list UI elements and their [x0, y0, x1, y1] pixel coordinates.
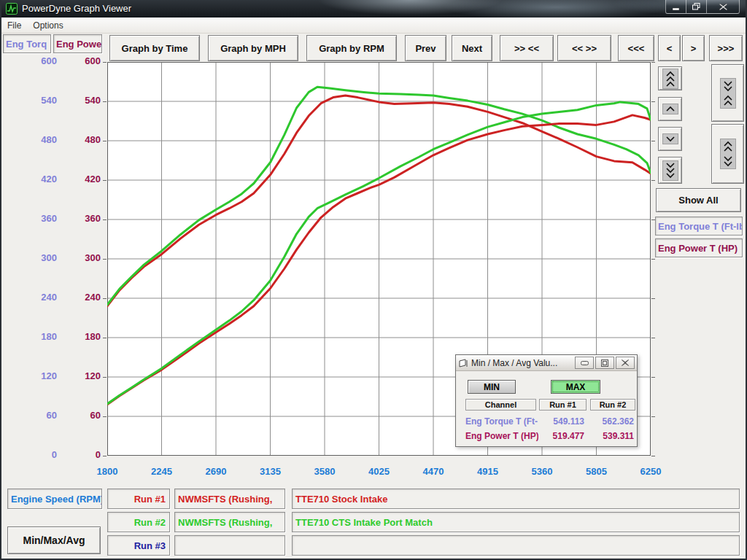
- run1-label: Run #1: [107, 489, 170, 509]
- close-button[interactable]: [707, 0, 740, 14]
- menu-item-options[interactable]: Options: [27, 19, 69, 32]
- max-tab-button[interactable]: MAX: [551, 380, 600, 394]
- axis-tick: [103, 62, 107, 63]
- x-axis-title-box: Engine Speed (RPM): [7, 489, 102, 509]
- torque-axis-header: Eng Torq: [3, 34, 51, 53]
- expand-vertical-icon: [720, 139, 736, 169]
- axis-tick: [651, 338, 655, 338]
- triple-chevron-down-icon: [662, 160, 678, 181]
- scroll-left-fast-button[interactable]: <<<: [618, 35, 654, 61]
- axis-tick: [103, 338, 107, 338]
- column-header-run1: Run #1: [539, 399, 587, 411]
- scroll-right-button[interactable]: >: [682, 35, 705, 61]
- chevron-down-icon: [662, 133, 678, 144]
- y-tick-label: 540: [66, 95, 101, 106]
- y-tick-label: 480: [22, 134, 57, 145]
- minimize-button[interactable]: [665, 0, 686, 14]
- expand-vertical-button[interactable]: [711, 124, 744, 184]
- axis-tick: [651, 416, 655, 417]
- torque-row-run2-value: 562.362: [590, 416, 634, 427]
- contract-vertical-button[interactable]: [711, 64, 744, 122]
- minmax-close-button[interactable]: [616, 357, 635, 369]
- title-bar[interactable]: PowerDyne Graph Viewer: [1, 0, 746, 18]
- minmax-minimize-button[interactable]: [575, 357, 594, 369]
- column-header-run2: Run #2: [590, 399, 635, 411]
- prev-button[interactable]: Prev: [405, 35, 446, 61]
- torque-channel-legend: Eng Torque T (Ft-lb): [655, 217, 743, 236]
- minmax-window-title-bar[interactable]: Min / Max / Avg Valu...: [456, 355, 637, 371]
- y-tick-label: 480: [66, 134, 101, 145]
- power-axis-header: Eng Powe: [53, 34, 102, 53]
- y-tick-label: 240: [66, 292, 101, 303]
- powerdyne-window: PowerDyne Graph Viewer File Options: [0, 0, 747, 560]
- axis-tick: [103, 141, 107, 141]
- y-tick-label: 120: [66, 370, 101, 381]
- run3-operator-field[interactable]: [174, 535, 285, 556]
- run1-comment-field[interactable]: TTE710 Stock Intake: [292, 489, 740, 509]
- show-all-button[interactable]: Show All: [656, 188, 741, 212]
- minmax-window: Min / Max / Avg Valu... MIN MAX Channel …: [455, 354, 638, 447]
- minmax-window-body: MIN MAX Channel Run #1 Run #2 Eng Torque…: [456, 371, 637, 447]
- app-icon: [6, 3, 18, 15]
- scroll-down-fast-button[interactable]: [658, 157, 682, 184]
- scroll-left-button[interactable]: <: [658, 35, 681, 61]
- axis-tick: [103, 298, 107, 299]
- graph-by-rpm-button[interactable]: Graph by RPM: [306, 35, 397, 61]
- y-tick-label: 120: [22, 370, 57, 381]
- x-tick-label: 3580: [301, 466, 348, 477]
- run1-operator-field[interactable]: NWMSFTS (Rushing,: [174, 489, 285, 509]
- axis-tick: [651, 298, 655, 299]
- y-tick-label: 540: [22, 95, 57, 106]
- scroll-down-button[interactable]: [658, 127, 682, 151]
- x-tick-label: 1800: [84, 466, 131, 477]
- torque-row-run1-value: 549.113: [539, 416, 584, 427]
- y-tick-label: 600: [22, 55, 57, 66]
- x-tick-label: 6250: [627, 466, 674, 477]
- minmax-window-icon: [459, 359, 468, 368]
- scroll-up-fast-button[interactable]: [658, 66, 682, 90]
- scroll-right-fast-button[interactable]: >>>: [709, 35, 743, 61]
- y-tick-label: 180: [22, 331, 57, 342]
- axis-tick: [103, 456, 107, 456]
- graph-by-time-button[interactable]: Graph by Time: [109, 35, 200, 61]
- y-tick-label: 60: [66, 410, 101, 421]
- power-channel-legend: Eng Power T (HP): [655, 238, 743, 257]
- window-title: PowerDyne Graph Viewer: [22, 3, 131, 14]
- min-tab-button[interactable]: MIN: [468, 380, 516, 394]
- axis-tick: [103, 259, 107, 260]
- run3-comment-field[interactable]: [292, 535, 740, 556]
- y-tick-label: 0: [22, 449, 57, 460]
- power-row-run1-value: 519.477: [539, 431, 584, 441]
- y-tick-label: 420: [66, 174, 101, 184]
- main-content: Eng Torq Eng Powe Graph by Time Graph by…: [1, 34, 746, 559]
- axis-tick: [103, 377, 107, 378]
- minmax-restore-button[interactable]: [595, 357, 614, 369]
- menu-item-file[interactable]: File: [1, 19, 27, 32]
- minmax-avg-button[interactable]: Min/Max/Avg: [7, 526, 101, 554]
- y-tick-label: 300: [66, 252, 101, 263]
- graph-by-mph-button[interactable]: Graph by MPH: [208, 35, 298, 61]
- axis-tick: [651, 377, 655, 378]
- restore-button[interactable]: [686, 0, 707, 14]
- axis-tick: [651, 180, 655, 181]
- y-tick-label: 0: [66, 449, 101, 460]
- scroll-up-button[interactable]: [658, 97, 682, 121]
- x-tick-label: 5360: [519, 466, 565, 477]
- power-row-run2-value: 539.311: [590, 431, 634, 441]
- chevron-up-icon: [662, 104, 678, 114]
- run3-label: Run #3: [107, 535, 170, 556]
- zoom-out-x-button[interactable]: << >>: [557, 35, 611, 61]
- menu-bar: File Options: [1, 18, 746, 34]
- y-tick-label: 60: [22, 410, 57, 421]
- next-button[interactable]: Next: [452, 35, 492, 61]
- contract-vertical-icon: [720, 78, 736, 109]
- x-tick-label: 4025: [356, 466, 403, 477]
- x-tick-label: 4470: [410, 466, 457, 477]
- zoom-in-x-button[interactable]: >> <<: [500, 35, 554, 61]
- power-row-channel: Eng Power T (HP): [465, 431, 538, 441]
- run2-comment-field[interactable]: TTE710 CTS Intake Port Match: [292, 512, 740, 532]
- x-tick-label: 5805: [573, 466, 620, 477]
- axis-tick: [103, 219, 107, 220]
- run2-label: Run #2: [107, 512, 170, 532]
- run2-operator-field[interactable]: NWMSFTS (Rushing,: [174, 512, 285, 532]
